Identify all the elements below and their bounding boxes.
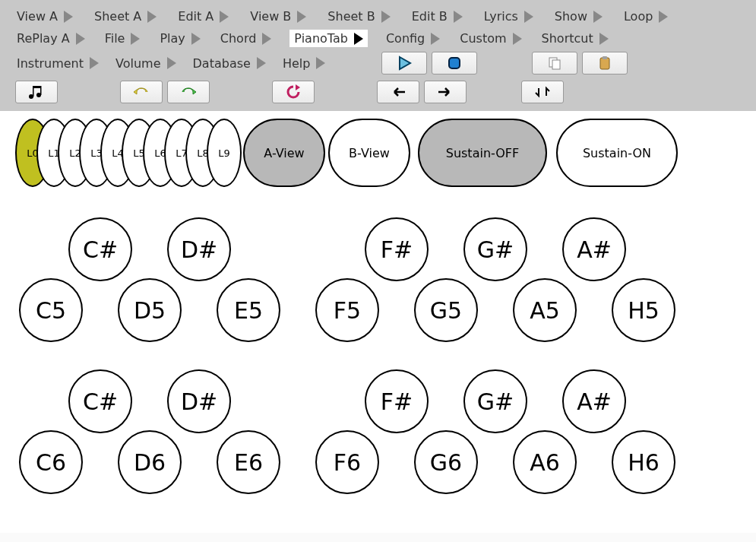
svg-rect-4: [600, 58, 609, 69]
prev-button[interactable]: [377, 81, 419, 103]
redo-button[interactable]: [167, 81, 210, 103]
key-g5[interactable]: G5: [414, 278, 478, 342]
menu-row-1: View A Sheet A Edit A View B Sheet B Edi…: [15, 8, 741, 25]
sustain-off-button[interactable]: Sustain-OFF: [418, 119, 547, 187]
menu-edit-a[interactable]: Edit A: [176, 8, 230, 25]
notes-icon: [27, 84, 46, 100]
icon-row: [15, 78, 741, 108]
menu-file[interactable]: File: [103, 30, 142, 47]
key-d-sharp-5[interactable]: D#: [167, 217, 231, 281]
next-button[interactable]: [424, 81, 467, 103]
paste-icon: [597, 55, 612, 71]
key-e5[interactable]: E5: [217, 278, 280, 342]
menu-row-2: RePlay A File Play Chord PianoTab Config…: [15, 30, 741, 47]
menu-config[interactable]: Config: [384, 30, 441, 47]
undo-button[interactable]: [120, 81, 163, 103]
redo-icon: [179, 85, 198, 99]
svg-rect-7: [33, 87, 34, 97]
piano-keys: C# D# F# G# A# C5 D5 E5 F5 G5 A5 H5 C# D…: [15, 210, 741, 529]
layer-l9[interactable]: L9: [207, 119, 242, 187]
svg-rect-5: [603, 56, 607, 59]
svg-marker-0: [400, 57, 410, 69]
layer-row: L0 L1 L2 L3 L4 L5 L6 L7 L8 L9 A-View B-V…: [15, 119, 741, 195]
key-a-sharp-6[interactable]: A#: [562, 369, 626, 433]
play-icon: [397, 55, 412, 71]
menu-replay-a[interactable]: RePlay A: [15, 30, 87, 47]
menu-row-3: Instrument Volume Database Help: [15, 52, 741, 74]
menu-shortcut[interactable]: Shortcut: [540, 30, 610, 47]
key-d5[interactable]: D5: [118, 278, 182, 342]
key-a5[interactable]: A5: [513, 278, 577, 342]
svg-rect-10: [33, 86, 41, 88]
svg-rect-1: [449, 58, 460, 68]
key-c-sharp-6[interactable]: C#: [68, 369, 132, 433]
key-g6[interactable]: G6: [414, 430, 478, 494]
menu-edit-b[interactable]: Edit B: [410, 8, 464, 25]
menu-loop[interactable]: Loop: [622, 8, 669, 25]
menu-instrument[interactable]: Instrument: [15, 55, 100, 72]
sync-button[interactable]: [521, 81, 564, 103]
key-e6[interactable]: E6: [217, 430, 280, 494]
key-a6[interactable]: A6: [513, 430, 577, 494]
sync-icon: [534, 85, 551, 99]
menu-pianotab[interactable]: PianoTab: [289, 30, 368, 47]
menu-database[interactable]: Database: [191, 55, 267, 72]
a-view-button[interactable]: A-View: [243, 119, 325, 187]
toolbar: View A Sheet A Edit A View B Sheet B Edi…: [0, 0, 756, 111]
b-view-button[interactable]: B-View: [328, 119, 410, 187]
menu-sheet-b[interactable]: Sheet B: [326, 8, 391, 25]
key-c6[interactable]: C6: [19, 430, 83, 494]
key-f-sharp-5[interactable]: F#: [365, 217, 429, 281]
stop-icon: [447, 55, 462, 71]
copy-icon: [547, 55, 562, 71]
stop-button[interactable]: [432, 52, 477, 74]
reload-button[interactable]: [272, 81, 315, 103]
key-h5[interactable]: H5: [612, 278, 675, 342]
key-f-sharp-6[interactable]: F#: [365, 369, 429, 433]
content-area: L0 L1 L2 L3 L4 L5 L6 L7 L8 L9 A-View B-V…: [0, 111, 756, 533]
key-g-sharp-5[interactable]: G#: [463, 217, 527, 281]
reload-icon: [285, 84, 302, 100]
notes-button[interactable]: [15, 81, 58, 103]
menu-show[interactable]: Show: [553, 8, 604, 25]
menu-volume[interactable]: Volume: [114, 55, 178, 72]
key-c5[interactable]: C5: [19, 278, 83, 342]
menu-play[interactable]: Play: [158, 30, 201, 47]
sustain-on-button[interactable]: Sustain-ON: [556, 119, 678, 187]
key-c-sharp-5[interactable]: C#: [68, 217, 132, 281]
svg-marker-11: [296, 84, 300, 90]
svg-rect-3: [552, 60, 560, 69]
arrow-left-icon: [390, 86, 406, 98]
copy-button[interactable]: [532, 52, 577, 74]
arrow-right-icon: [437, 86, 454, 98]
undo-icon: [132, 85, 150, 99]
play-button[interactable]: [381, 52, 427, 74]
menu-sheet-a[interactable]: Sheet A: [93, 8, 158, 25]
menu-view-b[interactable]: View B: [248, 8, 308, 25]
key-g-sharp-6[interactable]: G#: [463, 369, 527, 433]
menu-view-a[interactable]: View A: [15, 8, 74, 25]
key-f5[interactable]: F5: [315, 278, 379, 342]
menu-chord[interactable]: Chord: [219, 30, 274, 47]
key-a-sharp-5[interactable]: A#: [562, 217, 626, 281]
menu-custom[interactable]: Custom: [458, 30, 523, 47]
menu-lyrics[interactable]: Lyrics: [482, 8, 535, 25]
key-h6[interactable]: H6: [612, 430, 675, 494]
key-f6[interactable]: F6: [315, 430, 379, 494]
paste-button[interactable]: [582, 52, 628, 74]
menu-help[interactable]: Help: [281, 55, 327, 72]
key-d6[interactable]: D6: [118, 430, 182, 494]
key-d-sharp-6[interactable]: D#: [167, 369, 231, 433]
